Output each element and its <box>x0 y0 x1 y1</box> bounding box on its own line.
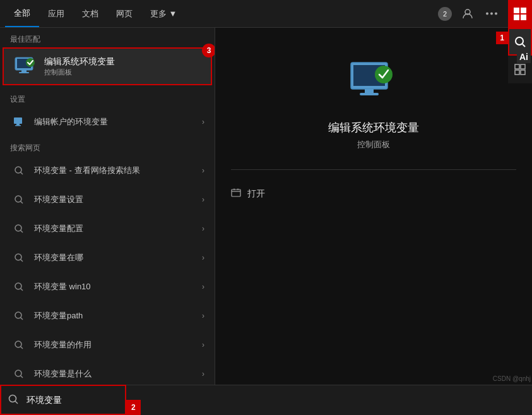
svg-rect-6 <box>514 15 519 20</box>
web-item-arrow-6: › <box>202 340 204 349</box>
open-action-label: 打开 <box>247 188 265 200</box>
svg-rect-5 <box>521 8 526 13</box>
tab-apps[interactable]: 应用 <box>39 0 73 27</box>
watermark: CSDN @qnhj <box>493 375 531 382</box>
tab-docs[interactable]: 文档 <box>73 0 107 27</box>
web-item-3[interactable]: 环境变量在哪 › <box>0 243 215 272</box>
web-item-arrow-2: › <box>202 224 204 233</box>
tab-bar: 全部 应用 文档 网页 更多 ▼ <box>5 0 438 27</box>
best-match-title: 编辑系统环境变量 <box>44 56 115 68</box>
svg-rect-4 <box>514 8 519 13</box>
right-panel-actions: 打开 <box>231 183 516 205</box>
svg-line-27 <box>21 318 23 320</box>
web-item-6[interactable]: 环境变量的作用 › <box>0 330 215 359</box>
search-icon-5 <box>10 307 28 325</box>
search-icon-4 <box>10 278 28 296</box>
svg-line-23 <box>21 260 23 262</box>
svg-rect-37 <box>232 189 240 196</box>
web-item-4[interactable]: 环境变量 win10 › <box>0 272 215 301</box>
tab-more[interactable]: 更多 ▼ <box>141 0 186 27</box>
search-icon-7 <box>10 365 28 383</box>
right-panel-subtitle: 控制面板 <box>357 139 390 150</box>
best-match-icon <box>14 55 37 78</box>
web-item-2[interactable]: 环境变量配置 › <box>0 214 215 243</box>
svg-point-1 <box>486 13 488 15</box>
web-search-label: 搜索网页 <box>0 136 215 156</box>
search-icon-bottom <box>0 394 27 407</box>
best-match-text: 编辑系统环境变量 控制面板 <box>44 56 115 77</box>
svg-point-36 <box>375 66 393 83</box>
web-item-text-2: 环境变量配置 <box>34 223 202 234</box>
web-item-1[interactable]: 环境变量设置 › <box>0 185 215 214</box>
best-match-label: 最佳匹配 <box>0 28 215 47</box>
best-match-subtitle: 控制面板 <box>44 68 115 77</box>
web-item-0[interactable]: 环境变量 - 查看网络搜索结果 › <box>0 156 215 185</box>
top-bar: 全部 应用 文档 网页 更多 ▼ 2 ✕ <box>0 0 532 28</box>
badge-3: 3 <box>202 44 215 57</box>
web-item-text-7: 环境变量是什么 <box>34 368 202 380</box>
more-icon-btn[interactable] <box>483 9 500 18</box>
right-panel-divider <box>231 169 516 170</box>
best-match-item[interactable]: 编辑系统环境变量 控制面板 3 <box>3 47 212 85</box>
web-item-text-5: 环境变量path <box>34 310 202 322</box>
right-panel: 编辑系统环境变量 控制面板 打开 <box>215 28 532 385</box>
svg-rect-42 <box>515 64 519 69</box>
badge-1-label: 1 <box>496 32 508 44</box>
svg-rect-45 <box>521 70 525 75</box>
svg-rect-13 <box>14 117 22 124</box>
result-count-badge: 2 <box>438 7 452 21</box>
web-item-text-0: 环境变量 - 查看网络搜索结果 <box>34 165 202 176</box>
svg-line-25 <box>21 289 23 291</box>
search-icon-1 <box>10 191 28 208</box>
search-icon-6 <box>10 336 28 354</box>
web-item-arrow-1: › <box>202 195 204 204</box>
svg-rect-10 <box>21 70 27 72</box>
person-icon-btn[interactable] <box>459 6 476 22</box>
search-icon-3 <box>10 249 28 267</box>
svg-point-3 <box>495 13 497 15</box>
open-action[interactable]: 打开 <box>231 183 516 205</box>
svg-rect-11 <box>19 72 29 73</box>
web-item-5[interactable]: 环境变量path › <box>0 301 215 330</box>
svg-rect-7 <box>521 15 526 20</box>
tab-all[interactable]: 全部 <box>5 0 39 27</box>
svg-line-31 <box>21 376 23 378</box>
web-item-text-3: 环境变量在哪 <box>34 252 202 263</box>
svg-rect-15 <box>15 125 21 126</box>
open-icon <box>231 188 241 200</box>
web-item-7[interactable]: 环境变量是什么 › <box>0 359 215 385</box>
settings-env-item[interactable]: 编辑帐户的环境变量 › <box>0 107 215 136</box>
settings-label: 设置 <box>0 88 215 107</box>
svg-line-17 <box>21 172 23 175</box>
svg-line-41 <box>523 44 525 47</box>
svg-point-38 <box>9 395 16 402</box>
search-icon-2 <box>10 220 28 238</box>
left-panel: 最佳匹配 编辑系统环境变量 控制面板 3 设置 <box>0 28 215 385</box>
web-item-text-1: 环境变量设置 <box>34 194 202 205</box>
svg-point-2 <box>490 13 493 15</box>
svg-line-19 <box>21 201 23 204</box>
web-item-arrow-0: › <box>202 166 204 175</box>
badge-2-label: 2 <box>126 400 141 415</box>
svg-rect-44 <box>515 70 519 75</box>
web-item-arrow-3: › <box>202 253 204 262</box>
web-item-arrow-5: › <box>202 311 204 320</box>
web-item-text-6: 环境变量的作用 <box>34 339 202 351</box>
ai-label: Ai <box>517 51 531 63</box>
settings-icon <box>10 113 28 131</box>
web-item-arrow-7: › <box>202 370 204 378</box>
tab-web[interactable]: 网页 <box>107 0 141 27</box>
right-panel-title: 编辑系统环境变量 <box>328 120 419 135</box>
main-container: 最佳匹配 编辑系统环境变量 控制面板 3 设置 <box>0 28 532 385</box>
search-icon-0 <box>10 162 28 179</box>
svg-point-40 <box>516 37 523 45</box>
settings-env-arrow: › <box>202 117 204 126</box>
svg-line-21 <box>21 231 23 233</box>
web-item-arrow-4: › <box>202 282 204 291</box>
windows-logo-btn[interactable] <box>508 0 532 28</box>
settings-env-text: 编辑帐户的环境变量 <box>34 116 202 128</box>
right-panel-icon <box>348 59 399 110</box>
bottom-search-bar: 2 <box>0 385 532 415</box>
search-input[interactable] <box>27 395 527 406</box>
svg-line-29 <box>21 347 23 349</box>
